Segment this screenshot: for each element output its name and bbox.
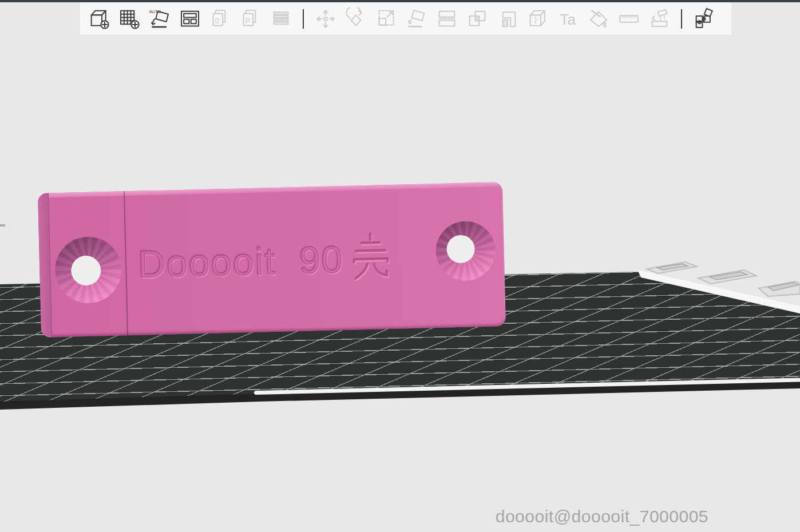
toolbar-separator bbox=[681, 9, 682, 29]
cut-icon bbox=[435, 7, 458, 30]
mesh-boolean-icon bbox=[466, 7, 489, 30]
color-painting-button[interactable] bbox=[585, 5, 612, 33]
arrange-icon bbox=[179, 7, 201, 30]
through-hole-left bbox=[71, 255, 101, 285]
seam-painting-icon bbox=[526, 7, 549, 30]
auto-orient-icon: AUTO bbox=[148, 7, 171, 30]
engraving-latin-text: Dooooit 90 bbox=[137, 237, 344, 286]
assembly-plugin-button[interactable] bbox=[691, 5, 717, 33]
color-painting-icon bbox=[587, 7, 610, 30]
user-watermark: dooooit@dooooit_7000005 bbox=[496, 507, 708, 526]
move-icon bbox=[314, 7, 337, 30]
svg-text:P: P bbox=[245, 16, 251, 25]
model-part-seam bbox=[124, 191, 128, 335]
measure-icon bbox=[617, 7, 640, 30]
add-model-icon bbox=[88, 7, 110, 30]
add-model-button[interactable] bbox=[86, 5, 112, 33]
puzzle-icon bbox=[692, 7, 715, 30]
place-on-face-icon bbox=[405, 7, 428, 30]
text-tool-button[interactable]: Ta bbox=[555, 5, 581, 33]
scale-icon bbox=[375, 7, 398, 30]
svg-text:Ta: Ta bbox=[560, 11, 576, 28]
viewport-edge-tick bbox=[0, 224, 5, 227]
countersunk-hole-right bbox=[435, 221, 496, 282]
build-plate-corner-markings bbox=[624, 252, 800, 320]
document-p-icon: P bbox=[239, 7, 262, 30]
measure-button[interactable] bbox=[616, 5, 642, 33]
place-on-face-button[interactable] bbox=[403, 5, 430, 33]
add-plate-icon bbox=[118, 7, 141, 30]
model-top-face bbox=[38, 182, 502, 198]
model-nameplate[interactable]: Dooooit 90 bbox=[38, 182, 506, 338]
lower-to-bed-button[interactable] bbox=[646, 5, 672, 33]
support-painting-icon bbox=[496, 7, 519, 30]
through-hole-right bbox=[446, 235, 475, 263]
support-painting-button[interactable] bbox=[494, 5, 521, 33]
svg-text:0: 0 bbox=[215, 16, 219, 25]
document-zero-icon: 0 bbox=[209, 7, 232, 30]
scale-button[interactable] bbox=[373, 5, 399, 33]
model-engraving: Dooooit 90 bbox=[137, 233, 393, 289]
mesh-boolean-button[interactable] bbox=[464, 5, 490, 33]
toolbar-separator bbox=[303, 9, 304, 29]
seam-painting-button[interactable] bbox=[525, 5, 551, 33]
text-tool-icon: Ta bbox=[557, 7, 580, 30]
layer-stack-icon bbox=[270, 7, 292, 30]
add-plate-button[interactable] bbox=[116, 5, 142, 33]
main-toolbar: AUTO 0 bbox=[80, 2, 731, 35]
move-button[interactable] bbox=[312, 5, 339, 33]
rotate-button[interactable] bbox=[343, 5, 369, 33]
variable-layer-height-button[interactable] bbox=[268, 5, 294, 33]
countersunk-hole-left bbox=[54, 236, 122, 304]
import-object-zero-button[interactable]: 0 bbox=[207, 5, 233, 33]
import-object-p-button[interactable]: P bbox=[237, 5, 264, 33]
engraving-cjk-glyph bbox=[348, 232, 393, 282]
slicer-3d-viewport[interactable]: Dooooit 90 bbox=[0, 0, 800, 532]
lower-to-bed-icon bbox=[648, 7, 671, 30]
model-front-face[interactable]: Dooooit 90 bbox=[38, 182, 506, 338]
rotate-icon bbox=[344, 7, 367, 30]
arrange-button[interactable] bbox=[177, 5, 203, 33]
auto-orient-button[interactable]: AUTO bbox=[146, 5, 173, 33]
cut-button[interactable] bbox=[434, 5, 460, 33]
